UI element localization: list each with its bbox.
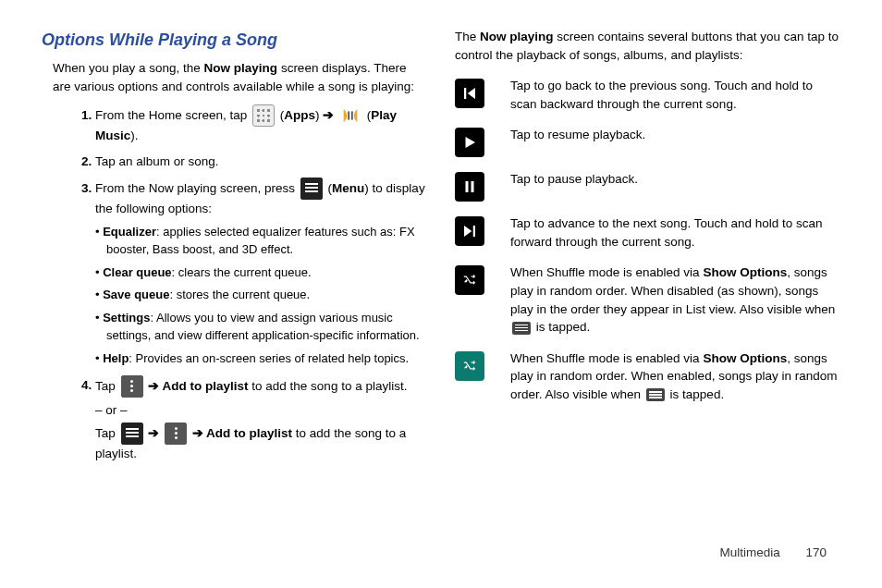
col2-intro: The Now playing screen contains several … bbox=[455, 28, 840, 64]
footer-page-number: 170 bbox=[805, 545, 827, 559]
right-column: The Now playing screen contains several … bbox=[455, 28, 840, 536]
menu-label: Menu bbox=[332, 181, 364, 195]
numbered-steps: From the Home screen, tap (Apps) ➔ (Play… bbox=[42, 104, 427, 463]
menu-icon bbox=[646, 388, 665, 401]
step4b-tap: Tap bbox=[95, 426, 119, 440]
step3-pre: From the Now playing screen, press bbox=[95, 181, 299, 195]
bullet-clear-queue: Clear queue: clears the current queue. bbox=[95, 264, 427, 282]
shuffle-on-pre: When Shuffle mode is enabled via bbox=[510, 351, 703, 365]
previous-icon bbox=[455, 79, 484, 108]
menu-icon bbox=[300, 178, 323, 200]
bullet-save-queue: Save queue: stores the current queue. bbox=[95, 287, 427, 304]
shuffle-on-post: is tapped. bbox=[667, 387, 724, 401]
add-to-playlist-label: Add to playlist bbox=[163, 378, 249, 392]
col2-bold: Now playing bbox=[480, 30, 554, 43]
svg-rect-1 bbox=[351, 112, 353, 120]
shuffle-on-desc: When Shuffle mode is enabled via Show Op… bbox=[510, 349, 840, 404]
arrow-icon: ➔ bbox=[148, 426, 163, 440]
arrow-icon: ➔ bbox=[148, 378, 162, 392]
intro-paragraph: When you play a song, the Now playing sc… bbox=[42, 59, 427, 95]
eq-label: Equalizer bbox=[103, 225, 156, 239]
add-to-playlist-label: Add to playlist bbox=[206, 426, 292, 440]
col2-pre: The bbox=[455, 30, 480, 43]
overflow-icon bbox=[121, 375, 143, 398]
intro-bold: Now playing bbox=[204, 61, 278, 75]
show-options-label: Show Options bbox=[703, 351, 787, 365]
arrow-icon: ➔ bbox=[192, 426, 206, 440]
step-3: From the Now playing screen, press (Menu… bbox=[95, 178, 427, 367]
apps-label: Apps bbox=[284, 108, 315, 122]
clear-label: Clear queue bbox=[103, 265, 171, 279]
bullet-equalizer: Equalizer: applies selected equalizer fe… bbox=[95, 224, 427, 259]
or-divider: – or – bbox=[95, 401, 427, 420]
step1-pre: From the Home screen, tap bbox=[95, 108, 251, 122]
settings-label: Settings bbox=[103, 311, 150, 325]
menu-icon bbox=[512, 322, 531, 335]
page-footer: Multimedia 170 bbox=[0, 545, 882, 559]
play-desc: Tap to resume playback. bbox=[510, 126, 840, 157]
save-text: : stores the current queue. bbox=[169, 288, 310, 301]
clear-text: : clears the current queue. bbox=[172, 265, 312, 279]
play-music-icon bbox=[339, 105, 361, 126]
next-icon bbox=[455, 216, 484, 246]
step-4: Tap ➔ Add to playlist to add the song to… bbox=[95, 375, 427, 463]
left-column: Options While Playing a Song When you pl… bbox=[42, 28, 427, 536]
next-desc: Tap to advance to the next song. Touch a… bbox=[510, 214, 840, 251]
overflow-icon bbox=[165, 423, 187, 445]
apps-icon bbox=[252, 104, 275, 127]
option-bullets: Equalizer: applies selected equalizer fe… bbox=[95, 224, 427, 368]
shuffle-on-icon bbox=[455, 351, 484, 381]
svg-rect-0 bbox=[348, 112, 349, 120]
help-label: Help bbox=[103, 351, 129, 365]
intro-pre: When you play a song, the bbox=[53, 61, 204, 75]
section-heading: Options While Playing a Song bbox=[42, 28, 427, 52]
shuffle-off-post: is tapped. bbox=[533, 320, 590, 334]
settings-text: : Allows you to view and assign various … bbox=[106, 311, 420, 342]
pause-desc: Tap to pause playback. bbox=[510, 170, 840, 202]
step-2: Tap an album or song. bbox=[95, 153, 427, 171]
playback-icon-table: Tap to go back to the previous song. Tou… bbox=[455, 77, 840, 403]
footer-section: Multimedia bbox=[719, 545, 779, 559]
shuffle-off-pre: When Shuffle mode is enabled via bbox=[510, 265, 703, 279]
arrow-icon: ➔ bbox=[323, 108, 334, 122]
shuffle-off-icon bbox=[455, 265, 484, 295]
help-text: : Provides an on-screen series of relate… bbox=[129, 351, 409, 365]
save-label: Save queue bbox=[103, 288, 169, 301]
menu-icon bbox=[121, 423, 143, 445]
step4-end: to add the song to a playlist. bbox=[249, 378, 408, 392]
step4-tap: Tap bbox=[95, 378, 119, 392]
bullet-settings: Settings: Allows you to view and assign … bbox=[95, 310, 427, 345]
bullet-help: Help: Provides an on-screen series of re… bbox=[95, 350, 427, 368]
shuffle-off-desc: When Shuffle mode is enabled via Show Op… bbox=[510, 263, 840, 336]
play-icon bbox=[455, 128, 484, 157]
show-options-label: Show Options bbox=[703, 265, 787, 279]
step-1: From the Home screen, tap (Apps) ➔ (Play… bbox=[95, 104, 427, 145]
pause-icon bbox=[455, 172, 484, 202]
previous-desc: Tap to go back to the previous song. Tou… bbox=[510, 77, 840, 113]
